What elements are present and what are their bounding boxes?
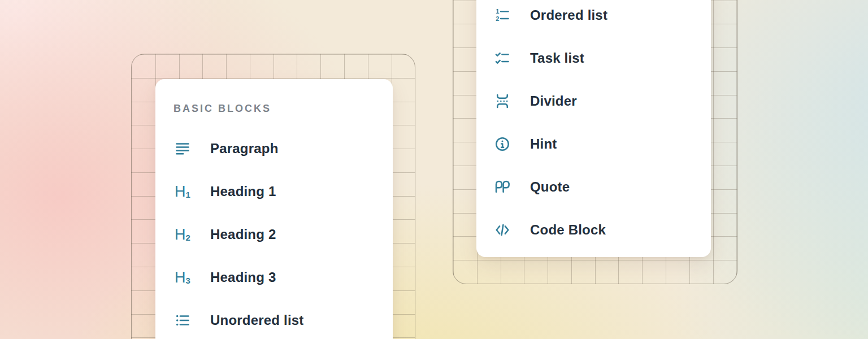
menu-item-ordered-list[interactable]: 1 2 Ordered list: [476, 0, 711, 37]
blocks-menu-secondary: 1 2 Ordered list Task list: [476, 0, 711, 257]
menu-item-heading-3[interactable]: H3 Heading 3: [155, 256, 393, 299]
menu-item-heading-2[interactable]: H2 Heading 2: [155, 213, 393, 256]
menu-item-task-list[interactable]: Task list: [476, 37, 711, 80]
menu-item-code-block[interactable]: Code Block: [476, 208, 711, 251]
menu-item-label: Paragraph: [210, 141, 279, 157]
menu-item-heading-1[interactable]: H1 Heading 1: [155, 170, 393, 213]
heading-2-icon: H2: [175, 227, 190, 242]
menu-item-label: Heading 2: [210, 227, 276, 242]
quote-icon: [494, 179, 510, 195]
ordered-list-icon: 1 2: [494, 7, 510, 23]
heading-1-icon: H1: [175, 184, 190, 199]
menu-item-label: Divider: [530, 93, 577, 109]
menu-item-divider[interactable]: Divider: [476, 80, 711, 123]
menu-item-hint[interactable]: Hint: [476, 123, 711, 166]
menu-item-label: Ordered list: [530, 7, 607, 23]
basic-blocks-menu: BASIC BLOCKS Paragraph H1 Heading 1 H2 H…: [155, 79, 393, 339]
section-label-basic-blocks: BASIC BLOCKS: [173, 102, 393, 115]
code-block-icon: [494, 222, 510, 238]
paragraph-icon: [175, 141, 190, 157]
menu-item-label: Heading 1: [210, 184, 276, 199]
divider-icon: [494, 93, 510, 109]
menu-item-label: Task list: [530, 50, 584, 66]
menu-item-label: Heading 3: [210, 270, 276, 285]
svg-text:1: 1: [496, 8, 499, 15]
hint-icon: [494, 136, 510, 152]
task-list-icon: [494, 50, 510, 66]
svg-text:2: 2: [496, 15, 499, 22]
menu-item-quote[interactable]: Quote: [476, 166, 711, 208]
menu-item-unordered-list[interactable]: Unordered list: [155, 299, 393, 339]
menu-item-label: Quote: [530, 179, 570, 195]
menu-item-paragraph[interactable]: Paragraph: [155, 127, 393, 170]
unordered-list-icon: [175, 312, 190, 328]
menu-item-label: Unordered list: [210, 312, 304, 328]
menu-item-label: Code Block: [530, 222, 606, 238]
menu-item-label: Hint: [530, 136, 557, 152]
heading-3-icon: H3: [175, 270, 190, 285]
